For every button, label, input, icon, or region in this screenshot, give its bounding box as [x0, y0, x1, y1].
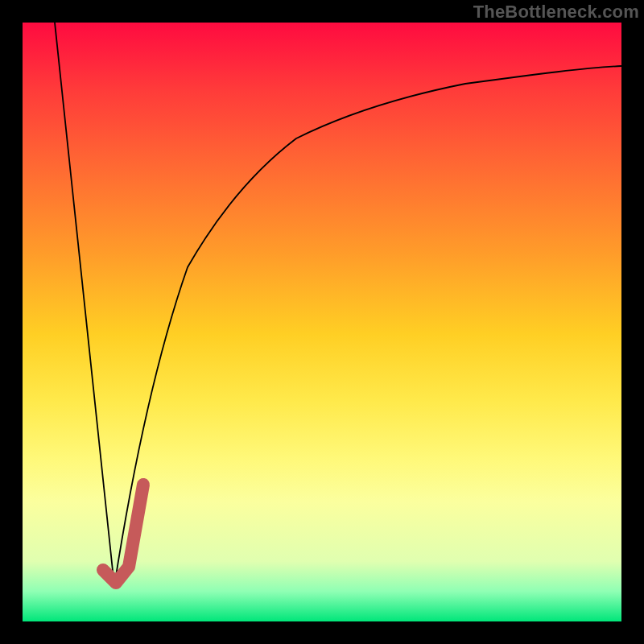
- watermark-text: TheBottleneck.com: [473, 2, 639, 23]
- plot-svg: [23, 23, 621, 621]
- plot-area: [23, 23, 621, 621]
- chart-frame: TheBottleneck.com: [0, 0, 644, 644]
